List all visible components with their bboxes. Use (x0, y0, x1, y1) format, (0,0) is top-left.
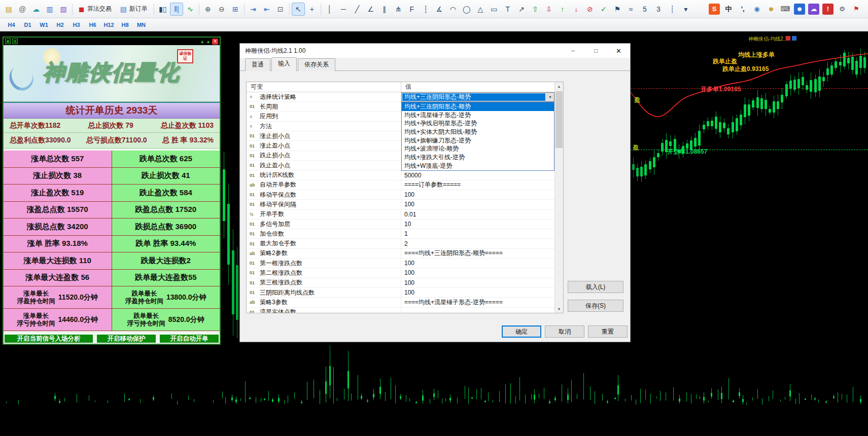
tray-users-icon[interactable]: ☻ (794, 4, 805, 15)
ime-punct-icon[interactable]: ’, (737, 4, 748, 15)
elliott-correction-icon[interactable]: 3 (652, 3, 665, 16)
check-sign-icon[interactable]: ✓ (597, 3, 610, 16)
panel-button-0[interactable]: 开启当前信号入场分析 (5, 335, 93, 343)
fibo-arcs-icon[interactable]: ◠ (446, 3, 460, 16)
close-button[interactable]: ✕ (607, 44, 630, 58)
timeframe-h8[interactable]: H8 (118, 20, 132, 29)
tab-inputs[interactable]: 输入 (271, 57, 297, 71)
cursor-icon[interactable]: ↖ (292, 3, 305, 16)
timeframe-h12[interactable]: H12 (101, 20, 116, 29)
bar-chart-icon[interactable]: ‖| (170, 3, 183, 16)
tray-cloud-icon[interactable]: ☁ (808, 4, 819, 15)
arrow-down-icon[interactable]: ↓ (570, 3, 583, 16)
timeframe-mn[interactable]: MN (134, 20, 149, 29)
zoom-in-icon[interactable]: ⊕ (201, 3, 215, 16)
panel-grid-icon[interactable]: ▦ (5, 39, 11, 44)
chevron-down-icon[interactable]: ▼ (546, 93, 554, 101)
dialog-titlebar[interactable]: 神雕侠侣-均线2.1 1.00 – □ ✕ (240, 44, 630, 58)
zoom-out-icon[interactable]: ⊖ (215, 3, 228, 16)
arrow-up-icon[interactable]: ↑ (556, 3, 569, 16)
table-scrollbar[interactable]: ▲ ▼ (554, 82, 563, 313)
algo-trading-button[interactable]: ◼算法交易 (75, 3, 116, 16)
market-watch-icon[interactable]: ▤ (2, 3, 15, 16)
param-value[interactable]: 2 (401, 240, 554, 247)
equidistant-channel-icon[interactable]: ∥ (378, 3, 391, 16)
panel-list-icon[interactable]: ▤ (12, 39, 18, 44)
line-chart-icon[interactable]: ∿ (184, 3, 197, 16)
trendline-icon[interactable]: ╱ (351, 3, 364, 16)
strategy-tester-icon[interactable]: ▧ (57, 3, 70, 16)
tray-pin-icon[interactable]: ⚑ (851, 4, 862, 15)
load-button[interactable]: 载入(L) (568, 281, 623, 293)
chart-shift-icon[interactable]: ⇤ (260, 3, 273, 16)
ime-keyboard-icon[interactable]: ⌨ (780, 4, 791, 15)
panel-button-2[interactable]: 开启自动开单 (160, 335, 219, 343)
scroll-up-icon[interactable]: ▲ (555, 82, 563, 90)
timeframe-h6[interactable]: H6 (85, 20, 100, 29)
panel-close-icon[interactable]: ✕ (212, 39, 218, 45)
dropdown-option[interactable]: 均线+实体大阴大阳线-顺势 (402, 128, 554, 136)
ime-mic-icon[interactable]: ◉ (751, 4, 762, 15)
scrollbar-thumb[interactable] (555, 91, 563, 148)
param-value[interactable]: 50000 (401, 172, 554, 179)
maximize-button[interactable]: □ (584, 44, 607, 58)
terminal-icon[interactable]: ▥ (43, 3, 56, 16)
dropdown-option[interactable]: 均线+孕线启明星形态-逆势 (402, 119, 554, 128)
rectangle-icon[interactable]: ▭ (488, 3, 501, 16)
scroll-down-icon[interactable]: ▼ (555, 305, 563, 313)
strategy-combobox[interactable]: 均线+三连阴阳形态-顺势 ▼ (401, 92, 554, 102)
dropdown-option[interactable]: 均线+流星锤子形态-逆势 (402, 111, 554, 120)
sogou-logo-icon[interactable]: S (709, 4, 720, 15)
andrews-pitchfork-icon[interactable]: ⋔ (392, 3, 405, 16)
minimize-button[interactable]: – (562, 44, 584, 58)
reset-button[interactable]: 重置 (588, 325, 628, 338)
thumb-up-icon[interactable]: ⇧ (529, 3, 542, 16)
timeframe-d1[interactable]: D1 (20, 20, 35, 29)
timeframe-h3[interactable]: H3 (69, 20, 84, 29)
panel-collapse-up-icon[interactable]: ▲ (200, 39, 204, 44)
param-value[interactable]: 100 (401, 201, 554, 208)
navigator-icon[interactable]: ☁ (29, 3, 43, 16)
fibo-retracement-icon[interactable]: F (405, 3, 419, 16)
param-value[interactable]: ====均线+三连阴阳形态-顺势===== (401, 249, 554, 258)
param-value[interactable]: 100 (401, 279, 554, 286)
fibo-fan-icon[interactable]: ∡ (433, 3, 446, 16)
text-label-icon[interactable]: T (501, 3, 514, 16)
param-value[interactable]: 100 (401, 269, 554, 276)
panel-button-1[interactable]: 开启移动保护 (97, 335, 156, 343)
tab-common[interactable]: 普通 (245, 58, 270, 71)
tray-alert-icon[interactable]: ! (822, 4, 834, 15)
timeframe-h4[interactable]: H4 (4, 20, 19, 29)
ime-skin-icon[interactable]: ☻ (766, 4, 777, 15)
param-value[interactable]: 10 (401, 221, 554, 228)
price-flag-icon[interactable]: ⚑ (611, 3, 624, 16)
stop-sign-icon[interactable]: ⊘ (583, 3, 597, 16)
new-order-button[interactable]: ▤新订单 (116, 3, 152, 16)
param-value[interactable]: 1 (401, 230, 554, 237)
cancel-button[interactable]: 取消 (545, 325, 584, 338)
vertical-line-icon[interactable]: │ (323, 3, 336, 16)
param-value[interactable]: ====订单参数===== (401, 180, 554, 189)
candlestick-chart-icon[interactable]: ▮▯ (156, 3, 169, 16)
param-value[interactable]: 0.01 (401, 211, 554, 218)
panel-expand-up-icon[interactable]: ▲ (206, 39, 211, 44)
timeframe-w1[interactable]: W1 (37, 20, 51, 29)
ok-button[interactable]: 确定 (502, 325, 541, 338)
waves-icon[interactable]: ≈ (624, 3, 638, 16)
fibo-timezones-icon[interactable]: ┆ (419, 3, 432, 16)
dropdown-option[interactable]: 均线+旗帜镰刀形态-逆势 (402, 136, 554, 145)
tray-gear-icon[interactable]: ⚙ (837, 4, 848, 15)
param-value[interactable]: 100 (401, 260, 554, 267)
dropdown-option[interactable]: 均线+波浪理论-顺势 (402, 144, 554, 153)
ime-lang-icon[interactable]: 中 (723, 4, 734, 15)
tab-dependencies[interactable]: 依存关系 (298, 58, 335, 71)
grid-icon[interactable]: ⊞ (229, 3, 242, 16)
dropdown-option[interactable]: 均线+W顶底-逆势 (402, 162, 554, 170)
param-value[interactable]: 100 (401, 289, 554, 296)
horizontal-line-icon[interactable]: ─ (337, 3, 350, 16)
param-value[interactable]: 100 (401, 191, 554, 198)
more-tools-icon[interactable]: ▾ (679, 3, 692, 16)
timeframe-h2[interactable]: H2 (53, 20, 67, 29)
data-window-icon[interactable]: @ (16, 3, 29, 16)
triangle-icon[interactable]: △ (474, 3, 487, 16)
